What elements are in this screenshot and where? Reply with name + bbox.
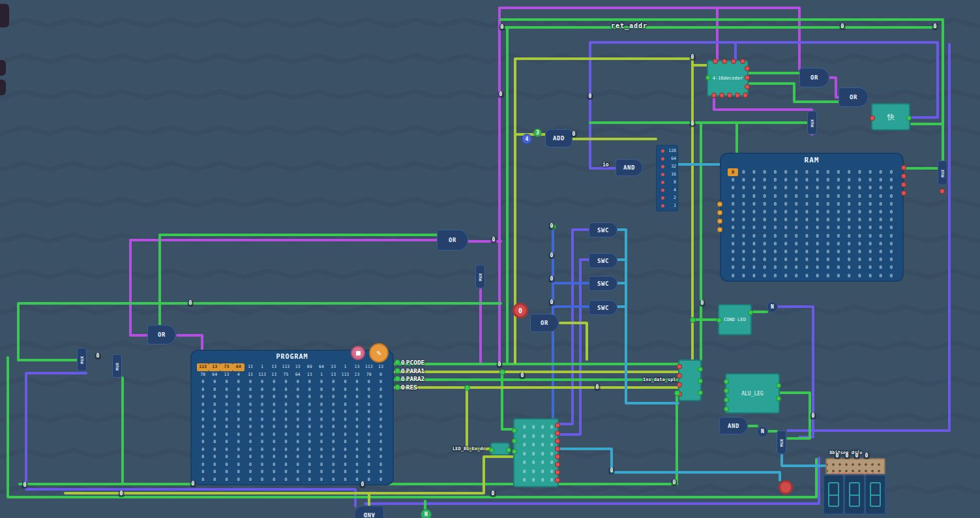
ram-cell: 0 (760, 192, 770, 200)
cond-led-box[interactable]: COND LED (718, 304, 752, 335)
program-cell: 0 (316, 468, 327, 476)
and-gate-io[interactable]: AND (616, 159, 643, 176)
program-cell: 0 (233, 416, 245, 424)
led-cell: 0 (547, 433, 556, 442)
bit-splitter-row: 32 (661, 163, 676, 170)
program-cell: 0 (327, 378, 339, 386)
ram-cell: 0 (760, 256, 770, 264)
led-cell: 0 (538, 459, 547, 468)
program-cell: 0 (209, 438, 220, 446)
mux-bottom-right[interactable]: MUX (777, 431, 786, 454)
ram-cell: 0 (780, 224, 791, 232)
mux-left-2[interactable]: MUX (112, 354, 122, 378)
ram-cell: 0 (854, 248, 865, 256)
bit-value: 16 (671, 172, 676, 177)
n-node-1[interactable]: N (767, 301, 778, 312)
swc-gate-2[interactable]: SWC (589, 253, 617, 268)
program-edit-button[interactable]: ✎ (369, 343, 389, 363)
program-cell: 0 (280, 461, 291, 469)
ram-cell: 0 (738, 184, 749, 192)
red-indicator-2[interactable] (779, 480, 793, 495)
led-splitter-box[interactable]: 0000000000000000000000000000 (513, 418, 559, 487)
ram-cell: 0 (876, 192, 886, 200)
led-grid: 0000000000000000000000000000 (520, 423, 556, 485)
mux-mid[interactable]: MUX (475, 265, 485, 288)
wire-name-ret-addr: ret_addr (603, 22, 655, 29)
n-node-bottom[interactable]: N (421, 509, 432, 518)
ram-cell: 0 (833, 264, 844, 271)
program-cell: 0 (220, 476, 232, 484)
ram-cell: 0 (886, 176, 897, 184)
program-cell: 0 (233, 393, 245, 401)
alu-box[interactable]: ALU_LEG (725, 373, 780, 414)
program-cell: 0 (268, 431, 280, 439)
program-cell: 0 (363, 446, 375, 454)
ram-cell: 0 (728, 272, 738, 280)
program-cell: 0 (304, 423, 316, 431)
bit-splitter[interactable]: 1286432168421 (656, 145, 678, 211)
program-cell: 0 (375, 438, 387, 446)
program-cell: 0 (233, 476, 245, 484)
decoder-4-16[interactable]: 4-16decoder (707, 60, 749, 97)
side-tab-1[interactable] (0, 4, 9, 27)
add-gate[interactable]: ADD (545, 129, 572, 147)
ram-cell: 0 (760, 224, 770, 232)
program-cell: 0 (197, 416, 209, 424)
ram-cell: 0 (876, 168, 886, 176)
program-panel[interactable]: PROGRAM 11313736413113113136964131131131… (190, 350, 394, 485)
program-cell: 70 (197, 371, 209, 379)
red-indicator-zero[interactable]: 0 (512, 303, 528, 318)
ram-cell: 0 (749, 192, 759, 200)
program-cell: 0 (245, 386, 256, 394)
led-cell: 0 (520, 423, 529, 433)
ram-cell: 0 (738, 272, 749, 280)
ram-cell: 0 (886, 184, 897, 192)
ram-cell: 0 (886, 272, 897, 280)
add-input-bubble-a[interactable]: 4 (522, 134, 532, 144)
ins-data-splitter[interactable] (678, 359, 702, 401)
or-gate-top-1[interactable]: OR (799, 68, 829, 87)
program-cell: 0 (197, 453, 209, 461)
seven-seg-display-3 (865, 474, 886, 515)
or-gate-top-2[interactable]: OR (839, 87, 869, 107)
n-node-2[interactable]: N (757, 426, 768, 437)
program-cell: 0 (375, 476, 387, 484)
ram-cell: 0 (865, 264, 875, 271)
program-cell: 0 (280, 431, 291, 439)
or-gate-mid-2[interactable]: OR (530, 314, 559, 332)
program-cell: 0 (245, 401, 256, 409)
and-gate-br[interactable]: AND (719, 417, 748, 434)
ram-cell: 0 (760, 272, 770, 280)
side-tab-2[interactable] (0, 60, 6, 76)
ram-cell: 0 (780, 192, 791, 200)
swc-gate-1[interactable]: SWC (589, 222, 617, 237)
program-cell: 0 (339, 401, 351, 409)
or-gate-mid[interactable]: OR (437, 230, 468, 251)
ram-cell: 0 (770, 184, 780, 192)
program-cell: 0 (268, 393, 280, 401)
add-input-bubble-b[interactable]: 3 (533, 129, 542, 137)
program-table-button[interactable] (351, 346, 365, 360)
mux-right[interactable]: MUX (938, 160, 947, 185)
ram-panel[interactable]: RAM 000000000000000000000000000000000000… (720, 153, 904, 282)
mux-left-1[interactable]: MUX (77, 348, 87, 371)
side-tab-3[interactable] (0, 80, 6, 95)
swc-gate-3[interactable]: SWC (589, 276, 617, 291)
custom-reg-box[interactable]: 快 (871, 103, 910, 130)
ram-cell: 0 (791, 272, 801, 280)
swc-gate-4[interactable]: SWC (589, 300, 617, 315)
program-cell: 0 (316, 386, 327, 394)
mux-mid-label: MUX (478, 273, 483, 281)
circuit-canvas[interactable]: ret_addr 4-16decoder OR OR 快 MUX 4 3 ADD… (0, 0, 980, 518)
or-gate-left[interactable]: OR (147, 325, 176, 344)
led-splitter-small-box[interactable] (490, 442, 510, 455)
mux-top[interactable]: MUX (807, 111, 817, 134)
program-cell: 0 (375, 408, 387, 416)
ram-cell: 0 (886, 264, 897, 271)
program-cell: 0 (339, 408, 351, 416)
program-cell: 0 (375, 431, 387, 439)
program-cell: 0 (197, 393, 209, 401)
junction-dot (675, 391, 679, 395)
and-gate-bottom[interactable]: AND (354, 506, 384, 518)
ram-cell: 0 (812, 272, 823, 280)
